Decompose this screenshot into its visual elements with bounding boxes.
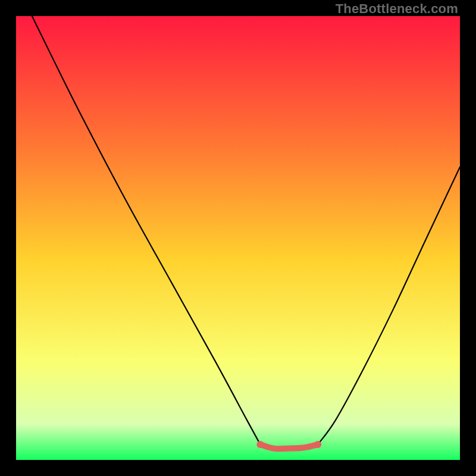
highlight-end-dot [314, 441, 321, 448]
watermark-text: TheBottleneck.com [336, 1, 458, 17]
chart-plot [16, 16, 460, 460]
highlight-start-dot [256, 441, 264, 448]
chart-background [16, 16, 460, 460]
chart-frame [16, 16, 460, 460]
